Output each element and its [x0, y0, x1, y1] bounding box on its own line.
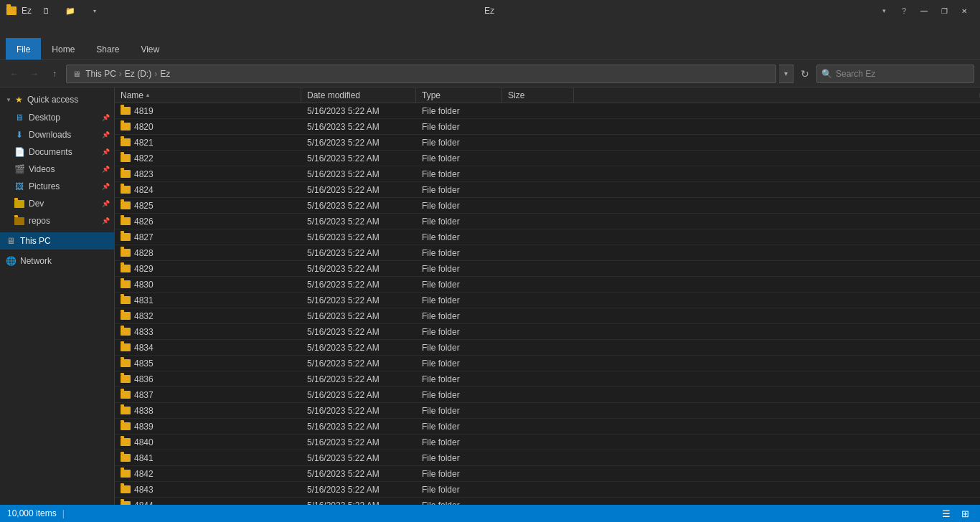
breadcrumb-sep-2: › [154, 69, 157, 79]
close-button[interactable]: ✕ [954, 0, 974, 22]
file-date-cell: 5/16/2023 5:22 AM [301, 184, 416, 196]
qat-button-2[interactable]: 📁 [60, 0, 80, 22]
breadcrumb: 🖥 This PC › Ez (D:) › Ez [72, 69, 170, 79]
file-name-cell: 4838 [115, 404, 301, 417]
table-row[interactable]: 4843 5/16/2023 5:22 AM File folder [115, 482, 980, 498]
table-row[interactable]: 4842 5/16/2023 5:22 AM File folder [115, 466, 980, 482]
downloads-pin-icon: 📌 [102, 131, 110, 138]
file-name-cell: 4833 [115, 326, 301, 338]
repos-label: repos [29, 216, 50, 226]
file-type-cell: File folder [416, 404, 502, 417]
folder-icon [121, 422, 131, 430]
table-row[interactable]: 4841 5/16/2023 5:22 AM File folder [115, 450, 980, 466]
sidebar-item-this-pc[interactable]: 🖥 This PC [0, 232, 114, 250]
col-header-name[interactable]: Name ▲ [115, 88, 301, 103]
col-header-date[interactable]: Date modified [301, 88, 416, 103]
window-controls: ▾ ? ─ ❐ ✕ [874, 0, 974, 22]
table-row[interactable]: 4834 5/16/2023 5:22 AM File folder [115, 340, 980, 356]
col-header-type[interactable]: Type [416, 88, 502, 103]
tab-view[interactable]: View [130, 38, 170, 60]
sidebar-item-desktop[interactable]: 🖥 Desktop 📌 [0, 109, 114, 126]
col-header-size[interactable]: Size [502, 88, 574, 103]
breadcrumb-ez-d[interactable]: Ez (D:) [125, 69, 151, 79]
folder-icon [121, 265, 131, 272]
table-row[interactable]: 4822 5/16/2023 5:22 AM File folder [115, 151, 980, 166]
table-row[interactable]: 4831 5/16/2023 5:22 AM File folder [115, 293, 980, 308]
breadcrumb-this-pc[interactable]: 🖥 This PC [72, 69, 116, 79]
sidebar-item-network[interactable]: 🌐 Network [0, 252, 114, 270]
refresh-button[interactable]: ↻ [796, 65, 814, 82]
back-button[interactable]: ← [6, 65, 23, 82]
table-row[interactable]: 4830 5/16/2023 5:22 AM File folder [115, 277, 980, 293]
table-row[interactable]: 4832 5/16/2023 5:22 AM File folder [115, 308, 980, 324]
table-row[interactable]: 4844 5/16/2023 5:22 AM File folder [115, 498, 980, 505]
file-date-cell: 5/16/2023 5:22 AM [301, 120, 416, 133]
file-name-cell: 4820 [115, 120, 301, 133]
table-row[interactable]: 4825 5/16/2023 5:22 AM File folder [115, 198, 980, 214]
search-input[interactable] [816, 65, 974, 83]
file-type-cell: File folder [416, 483, 502, 496]
downloads-icon: ⬇ [14, 130, 24, 140]
documents-label: Documents [29, 147, 72, 157]
table-row[interactable]: 4823 5/16/2023 5:22 AM File folder [115, 166, 980, 182]
sidebar-item-downloads[interactable]: ⬇ Downloads 📌 [0, 126, 114, 143]
file-name-cell: 4832 [115, 310, 301, 323]
sidebar-item-documents[interactable]: 📄 Documents 📌 [0, 143, 114, 161]
ribbon: File Home Share View [0, 22, 980, 60]
file-date-cell: 5/16/2023 5:22 AM [301, 483, 416, 496]
address-dropdown-button[interactable]: ▾ [779, 65, 793, 83]
table-row[interactable]: 4840 5/16/2023 5:22 AM File folder [115, 435, 980, 450]
table-row[interactable]: 4835 5/16/2023 5:22 AM File folder [115, 356, 980, 371]
file-rows-container: 4819 5/16/2023 5:22 AM File folder 4820 … [115, 103, 980, 505]
table-row[interactable]: 4837 5/16/2023 5:22 AM File folder [115, 387, 980, 403]
address-input-container[interactable]: 🖥 This PC › Ez (D:) › Ez [66, 65, 776, 83]
table-row[interactable]: 4833 5/16/2023 5:22 AM File folder [115, 324, 980, 340]
file-name-cell: 4836 [115, 373, 301, 386]
tab-share[interactable]: Share [85, 38, 130, 60]
table-row[interactable]: 4820 5/16/2023 5:22 AM File folder [115, 119, 980, 135]
sidebar-item-videos[interactable]: 🎬 Videos 📌 [0, 161, 114, 178]
file-date-cell: 5/16/2023 5:22 AM [301, 452, 416, 465]
table-row[interactable]: 4826 5/16/2023 5:22 AM File folder [115, 214, 980, 229]
table-row[interactable]: 4836 5/16/2023 5:22 AM File folder [115, 371, 980, 387]
file-name-cell: 4840 [115, 436, 301, 449]
breadcrumb-ez[interactable]: Ez [160, 69, 170, 79]
pictures-icon: 🖼 [14, 181, 24, 191]
sidebar-item-dev[interactable]: Dev 📌 [0, 195, 114, 212]
table-row[interactable]: 4819 5/16/2023 5:22 AM File folder [115, 103, 980, 119]
file-size-cell [502, 473, 574, 475]
minimize-button[interactable]: ─ [914, 0, 934, 22]
folder-icon [121, 343, 131, 351]
help-button[interactable]: ? [894, 0, 914, 22]
table-row[interactable]: 4828 5/16/2023 5:22 AM File folder [115, 245, 980, 261]
file-name-cell: 4831 [115, 294, 301, 307]
view-large-icons-button[interactable]: ⊞ [957, 506, 973, 521]
title-bar-left: Ez 🗒 📁 ▾ [6, 0, 105, 22]
table-row[interactable]: 4827 5/16/2023 5:22 AM File folder [115, 229, 980, 245]
qat-button-1[interactable]: 🗒 [36, 0, 56, 22]
table-row[interactable]: 4839 5/16/2023 5:22 AM File folder [115, 419, 980, 435]
view-details-button[interactable]: ☰ [938, 506, 954, 521]
forward-button[interactable]: → [26, 65, 43, 82]
expand-ribbon-button[interactable]: ▾ [874, 0, 894, 22]
folder-icon [121, 501, 131, 505]
folder-icon [121, 296, 131, 304]
item-count: 10,000 items [7, 508, 57, 518]
restore-button[interactable]: ❐ [934, 0, 954, 22]
file-date-cell: 5/16/2023 5:22 AM [301, 341, 416, 354]
qat-dropdown[interactable]: ▾ [85, 0, 105, 22]
sidebar-item-pictures[interactable]: 🖼 Pictures 📌 [0, 178, 114, 195]
table-row[interactable]: 4829 5/16/2023 5:22 AM File folder [115, 261, 980, 277]
table-row[interactable]: 4821 5/16/2023 5:22 AM File folder [115, 135, 980, 151]
folder-icon [121, 201, 131, 209]
tab-home[interactable]: Home [41, 38, 85, 60]
table-row[interactable]: 4824 5/16/2023 5:22 AM File folder [115, 182, 980, 198]
table-row[interactable]: 4838 5/16/2023 5:22 AM File folder [115, 403, 980, 419]
sidebar-quick-access-header[interactable]: ▼ ★ Quick access [0, 90, 114, 109]
up-button[interactable]: ↑ [46, 65, 63, 82]
tab-file[interactable]: File [6, 38, 41, 60]
file-date-cell: 5/16/2023 5:22 AM [301, 199, 416, 212]
sidebar-item-repos[interactable]: repos 📌 [0, 212, 114, 229]
file-date-cell: 5/16/2023 5:22 AM [301, 468, 416, 480]
this-pc-label: This PC [20, 236, 51, 246]
